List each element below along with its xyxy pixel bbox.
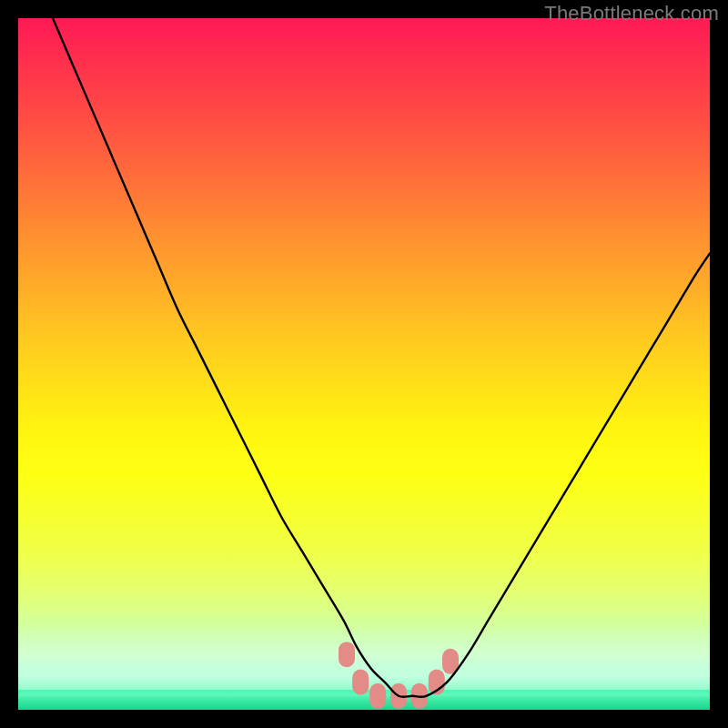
watermark-text: TheBottleneck.com: [544, 2, 719, 25]
floor-marker: [339, 642, 355, 667]
floor-marker: [352, 670, 369, 695]
floor-markers-group: [339, 642, 459, 709]
bottleneck-curve: [53, 18, 710, 697]
chart-frame: TheBottleneck.com: [0, 0, 728, 728]
curve-layer: [18, 18, 710, 710]
floor-marker: [369, 683, 386, 709]
plot-area: [18, 18, 710, 710]
